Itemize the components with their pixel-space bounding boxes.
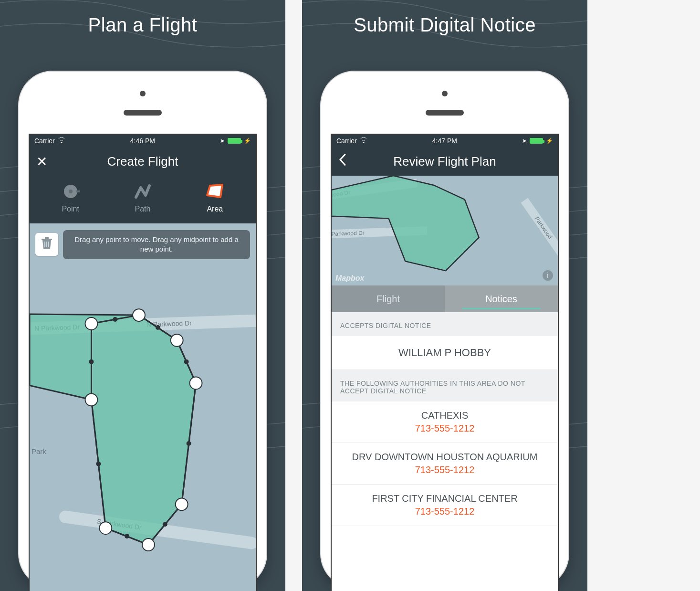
charging-icon: ⚡ — [546, 137, 553, 144]
promo-panel-plan: Plan a Flight Carrier 4:46 PM ➤ ⚡ — [0, 0, 285, 591]
status-time: 4:47 PM — [432, 137, 457, 145]
status-time: 4:46 PM — [130, 137, 155, 145]
authority-row[interactable]: CATHEXIS 713-555-1212 — [332, 401, 558, 443]
wifi-icon — [58, 137, 65, 145]
svg-point-15 — [85, 317, 98, 330]
svg-point-13 — [96, 461, 101, 466]
close-icon: ✕ — [36, 154, 47, 169]
svg-marker-6 — [30, 314, 196, 545]
tool-point[interactable]: Point — [42, 181, 99, 213]
tool-area[interactable]: Area — [186, 181, 243, 213]
tool-point-label: Point — [62, 205, 79, 213]
status-bar: Carrier 4:46 PM ➤ ⚡ — [30, 135, 256, 147]
svg-point-20 — [142, 538, 155, 551]
notices-list[interactable]: ACCEPTS DIGITAL NOTICE WILLIAM P HOBBY T… — [332, 312, 558, 591]
trash-button[interactable] — [35, 233, 58, 256]
svg-point-7 — [113, 317, 117, 322]
authority-row[interactable]: FIRST CITY FINANCIAL CENTER 713-555-1212 — [332, 485, 558, 526]
tool-path-label: Path — [135, 205, 151, 213]
hint-row: Drag any point to move. Drag any midpoin… — [30, 223, 256, 266]
hint-text: Drag any point to move. Drag any midpoin… — [63, 230, 250, 259]
authority-phone: 713-555-1212 — [336, 506, 553, 517]
status-bar: Carrier 4:47 PM ➤ ⚡ — [332, 135, 558, 147]
svg-point-21 — [99, 522, 112, 534]
carrier-label: Carrier — [336, 137, 357, 145]
nav-title: Review Flight Plan — [393, 154, 496, 169]
chevron-left-icon — [338, 154, 347, 169]
path-icon — [132, 181, 153, 202]
nav-header: Review Flight Plan — [332, 147, 558, 176]
svg-rect-4 — [46, 242, 47, 247]
location-icon: ➤ — [220, 137, 225, 144]
flight-area-polygon[interactable] — [30, 266, 256, 591]
headline-notice: Submit Digital Notice — [302, 14, 587, 36]
panel-gap-1 — [285, 0, 302, 591]
screen-left: Carrier 4:46 PM ➤ ⚡ ✕ Create Flight — [29, 134, 257, 591]
tab-notices[interactable]: Notices — [445, 285, 558, 312]
svg-marker-23 — [332, 176, 479, 271]
authority-row[interactable]: DRV DOWNTOWN HOUSTON AQUARIUM 713-555-12… — [332, 443, 558, 485]
charging-icon: ⚡ — [244, 137, 251, 144]
location-icon: ➤ — [522, 137, 527, 144]
svg-point-22 — [85, 393, 98, 406]
tab-flight[interactable]: Flight — [332, 285, 445, 312]
area-icon — [204, 181, 225, 202]
headline-plan: Plan a Flight — [0, 14, 285, 36]
panel-gap-2 — [587, 0, 700, 591]
tab-flight-label: Flight — [376, 294, 400, 305]
svg-point-18 — [190, 377, 202, 389]
screen-right: Carrier 4:47 PM ➤ ⚡ Rev — [331, 134, 559, 591]
authority-name: FIRST CITY FINANCIAL CENTER — [336, 493, 553, 504]
svg-point-17 — [171, 334, 183, 346]
back-button[interactable] — [338, 154, 347, 169]
authority-phone: 713-555-1212 — [336, 423, 553, 434]
battery-icon — [530, 138, 543, 144]
svg-point-14 — [89, 359, 94, 364]
authority-name: CATHEXIS — [336, 410, 553, 421]
map-canvas[interactable]: N Parkwood Dr N Parkwood Dr S Parkwood D… — [30, 266, 256, 591]
close-button[interactable]: ✕ — [36, 154, 47, 169]
svg-point-19 — [176, 498, 188, 510]
shape-tool-row: Point Path Area — [30, 176, 256, 223]
authority-phone: 713-555-1212 — [336, 464, 553, 475]
nav-title: Create Flight — [107, 154, 178, 169]
review-tabs: Flight Notices — [332, 285, 558, 312]
authority-name: DRV DOWNTOWN HOUSTON AQUARIUM — [336, 452, 553, 463]
noaccept-header: THE FOLLOWING AUTHORITIES IN THIS AREA D… — [332, 370, 558, 401]
promo-panel-notice: Submit Digital Notice Carrier 4:47 PM ➤ … — [302, 0, 587, 591]
phone-mockup-right: Carrier 4:47 PM ➤ ⚡ Rev — [321, 72, 568, 587]
svg-point-11 — [163, 522, 167, 527]
trash-icon — [41, 237, 52, 252]
svg-point-16 — [133, 309, 145, 321]
map-preview[interactable]: kwood Dr S Parkwood Dr Parkwood Mapbox i — [332, 176, 558, 285]
svg-rect-2 — [76, 190, 80, 192]
tab-notices-label: Notices — [485, 294, 517, 305]
svg-point-10 — [187, 441, 191, 445]
svg-point-9 — [184, 359, 189, 364]
accepts-header: ACCEPTS DIGITAL NOTICE — [332, 312, 558, 336]
svg-point-12 — [125, 534, 129, 538]
map-attribution: Mapbox — [335, 274, 364, 283]
svg-point-8 — [156, 325, 160, 329]
svg-rect-3 — [44, 242, 45, 247]
svg-point-1 — [69, 190, 73, 193]
battery-icon — [228, 138, 241, 144]
point-icon — [60, 181, 81, 202]
flight-area-shape — [332, 176, 558, 285]
accepts-name: WILLIAM P HOBBY — [332, 336, 558, 370]
wifi-icon — [360, 137, 367, 145]
carrier-label: Carrier — [34, 137, 55, 145]
map-info-button[interactable]: i — [543, 270, 553, 281]
tool-path[interactable]: Path — [114, 181, 171, 213]
info-icon: i — [547, 272, 548, 279]
svg-rect-5 — [48, 242, 49, 247]
tool-area-label: Area — [207, 205, 223, 213]
nav-header: ✕ Create Flight — [30, 147, 256, 176]
phone-mockup-left: Carrier 4:46 PM ➤ ⚡ ✕ Create Flight — [19, 72, 266, 587]
